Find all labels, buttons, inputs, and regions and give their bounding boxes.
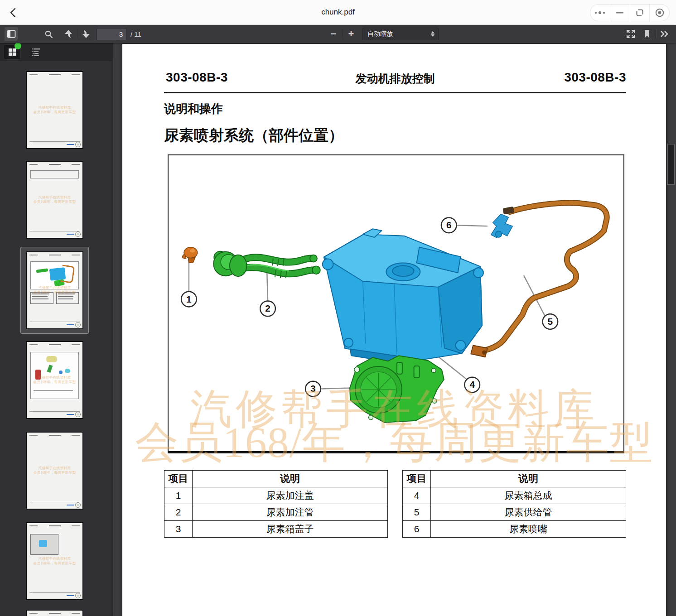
find-button[interactable] [42, 27, 55, 41]
thumbnail-page-4[interactable]: 汽修帮手在线资料库会员168/年，每周更新车型 [20, 337, 89, 424]
svg-text:2: 2 [265, 303, 270, 313]
table-header: 项目 [403, 471, 431, 487]
active-indicator-dot [14, 43, 21, 49]
table-cell: 3 [164, 521, 193, 538]
zoom-out-button[interactable]: − [327, 27, 340, 41]
pdf-page: 303-08B-3 发动机排放控制 303-08B-3 说明和操作 尿素喷射系统… [122, 44, 666, 616]
page-count-label: / 11 [130, 30, 141, 38]
thumbnail-preview: 汽修帮手在线资料库会员168/年，每周更新车型 [26, 71, 83, 149]
previous-page-button[interactable] [62, 27, 75, 41]
table-cell: 尿素供给管 [431, 504, 626, 521]
current-view-button[interactable] [640, 27, 654, 41]
zoom-mode-label: 自动缩放 [367, 30, 431, 38]
parts-table-right: 项目说明4尿素箱总成5尿素供给管6尿素喷嘴 [402, 470, 626, 538]
expand-arrows-icon [626, 29, 635, 38]
vertical-scrollbar-thumb[interactable] [667, 144, 675, 185]
thumbnail-preview: 汽修帮手在线资料库会员168/年，每周更新车型 [26, 432, 83, 510]
table-row: 4尿素箱总成 [403, 487, 626, 504]
more-dots-icon [594, 10, 606, 15]
parts-table-left: 项目说明1尿素加注盖2尿素加注管3尿素箱盖子 [164, 470, 388, 538]
next-page-button[interactable] [79, 27, 93, 41]
urea-injector [491, 214, 512, 238]
figure-title: 尿素喷射系统（部件位置） [164, 125, 343, 146]
urea-tank [323, 229, 483, 366]
table-cell: 尿素箱盖子 [193, 521, 388, 538]
table-row: 6尿素喷嘴 [403, 521, 626, 538]
minimize-icon [616, 11, 624, 14]
sidebar-header [0, 43, 113, 61]
thumbnail-page-1[interactable]: 汽修帮手在线资料库会员168/年，每周更新车型 [20, 67, 89, 154]
urea-filler-cap [183, 247, 198, 263]
table-cell: 尿素箱总成 [431, 487, 626, 504]
thumbnail-page-5[interactable]: 汽修帮手在线资料库会员168/年，每周更新车型 [20, 427, 89, 514]
svg-text:3: 3 [310, 383, 316, 394]
select-arrows-icon [431, 31, 435, 37]
toolbar-separator [656, 29, 656, 38]
bookmark-icon [643, 29, 651, 38]
more-options-button[interactable] [590, 5, 610, 21]
table-row: 5尿素供给管 [403, 504, 626, 521]
thumbnail-page-3[interactable]: 汽修帮手在线资料库会员168/年，每周更新车型 [20, 247, 89, 334]
outline-view-button[interactable] [28, 45, 44, 59]
sidebar-toggle-icon [7, 30, 16, 38]
table-cell: 2 [164, 504, 193, 521]
header-rule [164, 92, 626, 93]
record-button[interactable] [649, 5, 669, 21]
figure-frame: 1 2 3 4 5 6 [168, 154, 624, 453]
table-cell: 5 [403, 504, 431, 521]
outline-list-icon [31, 48, 40, 56]
more-tools-button[interactable] [658, 27, 671, 41]
zoom-mode-select[interactable]: 自动缩放 [362, 28, 439, 40]
pdf-viewer-app: chunk.pdf [0, 0, 676, 616]
table-cell: 尿素喷嘴 [431, 521, 626, 538]
table-cell: 尿素加注盖 [193, 487, 388, 504]
arrow-down-icon [82, 29, 91, 38]
table-header: 项目 [164, 471, 193, 487]
window-controls [590, 4, 670, 21]
sidebar: 汽修帮手在线资料库会员168/年，每周更新车型汽修帮手在线资料库会员168/年，… [0, 43, 113, 616]
urea-supply-tube [471, 203, 607, 357]
table-cell: 4 [403, 487, 431, 504]
table-header: 说明 [193, 471, 388, 487]
page-number-input[interactable] [97, 28, 126, 40]
presentation-mode-button[interactable] [624, 27, 637, 41]
thumbnail-preview [26, 610, 83, 616]
toolbar-separator [342, 29, 343, 38]
record-circle-icon [655, 8, 665, 18]
table-row: 3尿素箱盖子 [164, 521, 388, 538]
minimize-button[interactable] [610, 5, 630, 21]
pdf-toolbar: / 11 − + 自动缩放 [0, 25, 676, 43]
thumbnail-page-2[interactable]: 汽修帮手在线资料库会员168/年，每周更新车型 [20, 156, 89, 243]
plus-icon: + [348, 28, 354, 40]
svg-text:6: 6 [446, 220, 452, 230]
thumbnail-preview: 汽修帮手在线资料库会员168/年，每周更新车型 [26, 161, 83, 239]
table-cell: 1 [164, 487, 193, 504]
viewer-area: 303-08B-3 发动机排放控制 303-08B-3 说明和操作 尿素喷射系统… [113, 43, 676, 616]
titlebar: chunk.pdf [0, 0, 676, 25]
minus-icon: − [331, 28, 337, 40]
double-chevron-icon [660, 30, 670, 38]
table-cell: 尿素加注管 [193, 504, 388, 521]
sidebar-toggle-button[interactable] [5, 27, 18, 41]
thumbnail-preview: 汽修帮手在线资料库会员168/年，每周更新车型 [26, 522, 83, 600]
thumbnail-page-7[interactable] [20, 605, 89, 616]
header-title: 发动机排放控制 [164, 71, 626, 86]
urea-tank-cover [350, 356, 444, 422]
svg-text:4: 4 [469, 379, 475, 390]
toolbar-separator [77, 29, 77, 38]
thumbnail-preview: 汽修帮手在线资料库会员168/年，每周更新车型 [26, 251, 83, 329]
restore-button[interactable] [630, 5, 650, 21]
svg-text:1: 1 [186, 294, 192, 304]
table-row: 2尿素加注管 [164, 504, 388, 521]
zoom-in-button[interactable]: + [344, 27, 358, 41]
table-cell: 6 [403, 521, 431, 538]
table-row: 1尿素加注盖 [164, 487, 388, 504]
thumbnails-view-button[interactable] [4, 45, 20, 59]
thumbnails-grid-icon [8, 48, 16, 56]
document-title: chunk.pdf [0, 8, 676, 17]
arrow-up-icon [64, 29, 73, 38]
section-title: 说明和操作 [164, 101, 223, 117]
table-header: 说明 [431, 471, 626, 487]
page-header: 303-08B-3 发动机排放控制 303-08B-3 [164, 70, 626, 88]
thumbnail-page-6[interactable]: 汽修帮手在线资料库会员168/年，每周更新车型 [20, 518, 89, 605]
